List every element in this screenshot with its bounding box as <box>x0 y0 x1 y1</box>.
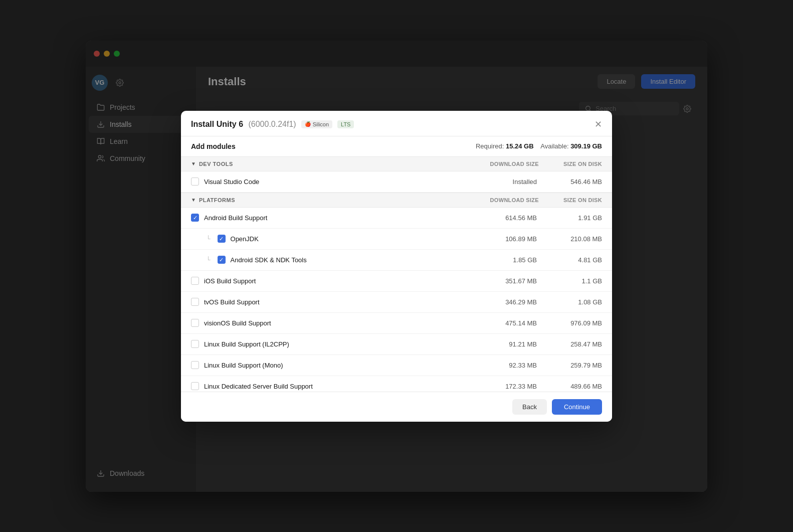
module-row-linux-il2cpp: Linux Build Support (IL2CPP) 91.21 MB 25… <box>196 334 612 355</box>
module-name-linux-il2cpp: Linux Build Support (IL2CPP) <box>204 340 472 348</box>
modal-subheader: Add modules Required: 15.24 GB Available… <box>196 136 612 156</box>
checkbox-android[interactable] <box>196 214 199 222</box>
module-name-android-sdk-ndk: Android SDK & NDK Tools <box>231 256 472 264</box>
module-row-ios: iOS Build Support 351.67 MB 1.1 GB <box>196 271 612 292</box>
module-download-tvos: 346.29 MB <box>477 298 537 306</box>
silicon-badge: 🍎 Silicon <box>301 120 332 128</box>
module-row-tvos: tvOS Build Support 346.29 MB 1.08 GB <box>196 292 612 313</box>
module-name-linux-mono: Linux Build Support (Mono) <box>204 362 472 369</box>
module-download-android: 614.56 MB <box>477 214 537 222</box>
module-row-android: Android Build Support 614.56 MB 1.91 GB <box>196 208 612 229</box>
install-modal: Install Unity 6 (6000.0.24f1) 🍎 Silicon … <box>196 111 612 422</box>
module-disk-linux-server: 489.66 MB <box>542 383 602 390</box>
sub-indent-icon-2: └ <box>206 256 211 263</box>
module-name-linux-server: Linux Dedicated Server Build Support <box>204 383 472 390</box>
module-download-openjdk: 106.89 MB <box>477 235 537 243</box>
module-row-vscode: Visual Studio Code Installed 546.46 MB <box>196 171 612 193</box>
sub-indent-icon: └ <box>206 235 211 242</box>
module-disk-vscode: 546.46 MB <box>542 178 602 186</box>
back-button[interactable]: Back <box>512 399 547 415</box>
module-download-linux-il2cpp: 91.21 MB <box>477 340 537 348</box>
module-download-ios: 351.67 MB <box>477 277 537 285</box>
module-disk-android-sdk-ndk: 4.81 GB <box>542 256 602 264</box>
module-name-openjdk: OpenJDK <box>231 235 472 243</box>
module-name-ios: iOS Build Support <box>204 277 472 285</box>
lts-badge: LTS <box>337 120 354 128</box>
modal-footer: Back Continue <box>196 392 612 422</box>
checkbox-ios[interactable] <box>196 277 199 285</box>
module-disk-android: 1.91 GB <box>542 214 602 222</box>
checkbox-linux-mono[interactable] <box>196 361 199 369</box>
modal-header: Install Unity 6 (6000.0.24f1) 🍎 Silicon … <box>196 111 612 136</box>
modal-title: Install Unity 6 (6000.0.24f1) <box>196 120 296 129</box>
checkbox-android-sdk-ndk[interactable] <box>218 256 226 264</box>
add-modules-label: Add modules <box>196 142 236 150</box>
module-row-linux-mono: Linux Build Support (Mono) 92.33 MB 259.… <box>196 355 612 376</box>
module-name-tvos: tvOS Build Support <box>204 298 472 306</box>
module-row-openjdk: └ OpenJDK 106.89 MB 210.08 MB <box>196 229 612 250</box>
modal-overlay: Install Unity 6 (6000.0.24f1) 🍎 Silicon … <box>196 67 707 492</box>
main-content: Installs Locate Install Editor Search <box>196 67 707 492</box>
module-name-vscode: Visual Studio Code <box>204 178 472 186</box>
module-download-linux-server: 172.33 MB <box>477 383 537 390</box>
module-disk-ios: 1.1 GB <box>542 277 602 285</box>
module-download-linux-mono: 92.33 MB <box>477 362 537 369</box>
checkbox-linux-server[interactable] <box>196 382 199 390</box>
section-platforms: ▼ PLATFORMS DOWNLOAD SIZE SIZE ON DISK <box>196 193 612 208</box>
checkbox-visionos[interactable] <box>196 319 199 327</box>
module-disk-linux-il2cpp: 258.47 MB <box>542 340 602 348</box>
module-name-android: Android Build Support <box>204 214 472 222</box>
module-row-visionos: visionOS Build Support 475.14 MB 976.09 … <box>196 313 612 334</box>
section-name-dev-tools: DEV TOOLS <box>199 161 476 167</box>
modal-close-button[interactable]: ✕ <box>594 120 602 129</box>
checkbox-vscode[interactable] <box>196 178 199 186</box>
module-disk-openjdk: 210.08 MB <box>542 235 602 243</box>
module-row-android-sdk-ndk: └ Android SDK & NDK Tools 1.85 GB 4.81 G… <box>196 250 612 271</box>
module-disk-linux-mono: 259.79 MB <box>542 362 602 369</box>
window-content: VG Projects <box>86 67 707 492</box>
installed-badge-vscode: Installed <box>477 178 537 186</box>
app-window: VG Projects <box>86 41 707 492</box>
continue-button[interactable]: Continue <box>552 399 602 415</box>
module-name-visionos: visionOS Build Support <box>204 319 472 327</box>
module-disk-visionos: 976.09 MB <box>542 319 602 327</box>
checkbox-linux-il2cpp[interactable] <box>196 340 199 348</box>
modal-body: ▼ DEV TOOLS DOWNLOAD SIZE SIZE ON DISK V… <box>196 156 612 392</box>
module-row-linux-server: Linux Dedicated Server Build Support 172… <box>196 376 612 392</box>
modal-version: (6000.0.24f1) <box>248 120 296 128</box>
module-download-android-sdk-ndk: 1.85 GB <box>477 256 537 264</box>
disk-info: Required: 15.24 GB Available: 309.19 GB <box>476 142 602 150</box>
section-name-platforms: PLATFORMS <box>199 197 476 203</box>
module-download-visionos: 475.14 MB <box>477 319 537 327</box>
section-dev-tools: ▼ DEV TOOLS DOWNLOAD SIZE SIZE ON DISK <box>196 156 612 171</box>
checkbox-openjdk[interactable] <box>218 235 226 243</box>
module-disk-tvos: 1.08 GB <box>542 298 602 306</box>
checkbox-tvos[interactable] <box>196 298 199 306</box>
